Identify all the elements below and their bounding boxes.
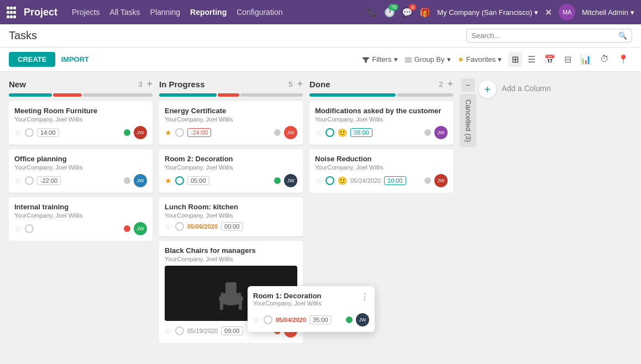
chat-icon[interactable]: 💬 4 bbox=[402, 7, 413, 18]
filters-button[interactable]: Filters ▾ bbox=[362, 55, 397, 64]
nav-reporting[interactable]: Reporting bbox=[190, 8, 227, 17]
star-icon[interactable]: ☆ bbox=[14, 224, 22, 233]
column-done-title: Done bbox=[309, 80, 330, 89]
card-footer: ☆ 14:00 JW bbox=[14, 126, 147, 139]
favorites-label: Favorites bbox=[466, 55, 496, 64]
clock-icon[interactable]: 🕐 78 bbox=[384, 7, 395, 18]
time-badge: 00:00 bbox=[221, 222, 243, 231]
user-chevron: ▾ bbox=[631, 8, 634, 17]
star-icon[interactable]: ★ bbox=[165, 176, 172, 185]
star-icon[interactable]: ☆ bbox=[14, 128, 22, 137]
card-title: Internal training bbox=[14, 203, 147, 211]
page-title: Tasks bbox=[9, 29, 37, 42]
collapse-button[interactable]: − bbox=[461, 78, 475, 92]
column-new-add[interactable]: + bbox=[146, 78, 153, 90]
card-office-planning[interactable]: Office planning YourCompany, Joel Willis… bbox=[9, 149, 153, 193]
star-icon[interactable]: ☆ bbox=[315, 176, 322, 185]
date-label: 05/19/2020 bbox=[187, 328, 218, 334]
time-badge: -22:00 bbox=[37, 176, 61, 185]
card-footer: ☆ JW bbox=[14, 222, 147, 235]
card-sub: YourCompany, Joel Willis bbox=[165, 212, 297, 219]
status-dot bbox=[124, 225, 130, 232]
kanban-view-icon[interactable]: ⊞ bbox=[508, 52, 522, 67]
svg-rect-5 bbox=[239, 292, 241, 300]
close-button[interactable]: ✕ bbox=[545, 7, 552, 18]
floating-card-room1[interactable]: Room 1: Decoration YourCompany, Joel Wil… bbox=[248, 286, 375, 332]
cancelled-column[interactable]: Cancelled (3) bbox=[460, 94, 476, 147]
floating-card-sub: YourCompany, Joel Willis bbox=[253, 300, 322, 307]
column-done-header: Done 2 + bbox=[309, 78, 453, 90]
gift-icon[interactable]: 🎁 bbox=[419, 7, 430, 18]
card-energy-certificate[interactable]: Energy Certificate YourCompany, Joel Wil… bbox=[159, 101, 303, 145]
column-new-cards: Meeting Room Furniture YourCompany, Joel… bbox=[9, 101, 153, 241]
card-internal-training[interactable]: Internal training YourCompany, Joel Will… bbox=[9, 197, 153, 241]
add-column-button[interactable]: + bbox=[479, 81, 496, 98]
user-avatar[interactable]: MA bbox=[559, 4, 575, 20]
search-input[interactable] bbox=[471, 31, 615, 40]
star-icon[interactable]: ☆ bbox=[165, 222, 172, 231]
date-label: 05/06/2020 bbox=[187, 223, 218, 230]
card-modifications[interactable]: Modifications asked by the customer Your… bbox=[309, 101, 453, 145]
nav-configuration[interactable]: Configuration bbox=[237, 8, 282, 17]
nav-planning[interactable]: Planning bbox=[150, 8, 181, 17]
add-column-area: + Add a Column bbox=[479, 78, 589, 343]
column-inprogress-add[interactable]: + bbox=[297, 78, 303, 90]
card-menu-button[interactable]: ⋮ bbox=[360, 292, 369, 302]
card-meeting-room[interactable]: Meeting Room Furniture YourCompany, Joel… bbox=[9, 101, 153, 145]
time-badge: -24:00 bbox=[187, 128, 211, 137]
chart-view-icon[interactable]: 📊 bbox=[577, 52, 595, 67]
username: Mitchell Admin bbox=[582, 8, 628, 17]
clock-view-icon[interactable]: ⏱ bbox=[597, 52, 612, 67]
card-noise-reduction[interactable]: Noise Reduction YourCompany, Joel Willis… bbox=[309, 149, 453, 193]
star-icon[interactable]: ☆ bbox=[165, 326, 172, 335]
card-lunch-room[interactable]: Lunch Room: kitchen YourCompany, Joel Wi… bbox=[159, 197, 303, 236]
column-inprogress-progress bbox=[159, 93, 303, 97]
timer-icon bbox=[325, 176, 334, 185]
timer-icon bbox=[325, 128, 334, 137]
smiley-icon: 🙂 bbox=[338, 176, 347, 185]
card-title: Lunch Room: kitchen bbox=[165, 203, 297, 211]
list-view-icon[interactable]: ☰ bbox=[524, 52, 539, 67]
grid-view-icon[interactable]: ⊟ bbox=[561, 52, 575, 67]
calendar-view-icon[interactable]: 📅 bbox=[541, 52, 559, 67]
nav-all-tasks[interactable]: All Tasks bbox=[110, 8, 140, 17]
card-room2-decoration[interactable]: Room 2: Decoration YourCompany, Joel Wil… bbox=[159, 149, 303, 193]
column-new-header: New 3 + bbox=[9, 78, 153, 90]
groupby-button[interactable]: Group By ▾ bbox=[404, 55, 451, 64]
card-footer: ★ 05:00 JW bbox=[165, 174, 297, 187]
star-icon: ★ bbox=[458, 55, 464, 64]
app-grid-menu[interactable] bbox=[7, 7, 15, 18]
map-view-icon[interactable]: 📍 bbox=[614, 52, 632, 67]
filters-chevron: ▾ bbox=[394, 55, 398, 64]
card-title: Energy Certificate bbox=[165, 107, 297, 115]
status-dot bbox=[124, 129, 130, 136]
company-selector[interactable]: My Company (San Francisco) ▾ bbox=[437, 8, 538, 17]
star-icon[interactable]: ★ bbox=[165, 128, 172, 137]
import-button[interactable]: IMPORT bbox=[61, 55, 89, 64]
column-new-progress bbox=[9, 93, 153, 97]
svg-rect-2 bbox=[220, 299, 223, 310]
avatar: JW bbox=[434, 174, 448, 187]
column-done-add[interactable]: + bbox=[447, 78, 453, 90]
top-navigation: Project Projects All Tasks Planning Repo… bbox=[0, 0, 641, 24]
card-title: Black Chairs for managers bbox=[165, 246, 297, 255]
phone-icon[interactable]: 📞 bbox=[366, 7, 377, 18]
svg-rect-4 bbox=[221, 292, 223, 300]
column-new-count: 3 bbox=[138, 80, 142, 88]
svg-rect-3 bbox=[239, 299, 242, 310]
status-dot bbox=[424, 177, 431, 184]
create-button[interactable]: CREATE bbox=[9, 52, 55, 67]
favorites-button[interactable]: ★ Favorites ▾ bbox=[458, 55, 502, 64]
user-menu[interactable]: Mitchell Admin ▾ bbox=[582, 8, 634, 17]
svg-rect-1 bbox=[225, 282, 237, 298]
timer-icon bbox=[264, 315, 272, 324]
nav-projects[interactable]: Projects bbox=[72, 8, 100, 17]
star-icon[interactable]: ☆ bbox=[14, 176, 22, 185]
search-box[interactable]: 🔍 bbox=[466, 29, 632, 43]
timer-icon bbox=[175, 222, 184, 231]
star-icon[interactable]: ☆ bbox=[315, 128, 322, 137]
chat-badge: 4 bbox=[409, 4, 416, 10]
star-icon[interactable]: ☆ bbox=[253, 315, 260, 324]
favorites-chevron: ▾ bbox=[498, 55, 502, 64]
card-sub: YourCompany, Joel Willis bbox=[165, 164, 297, 171]
